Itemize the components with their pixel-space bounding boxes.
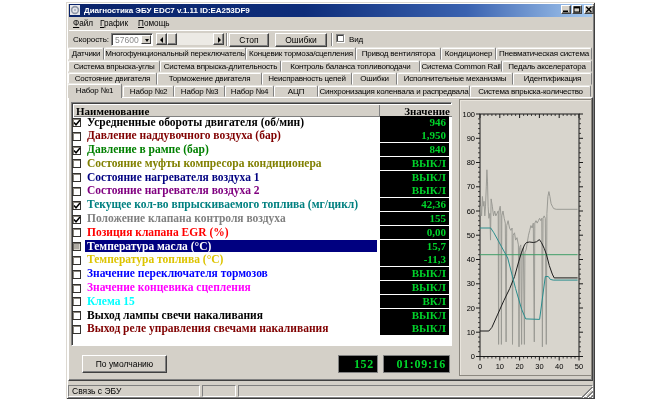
svg-text:0: 0 xyxy=(478,362,482,371)
svg-text:10: 10 xyxy=(496,362,504,371)
svg-text:10: 10 xyxy=(467,328,475,337)
svg-text:40: 40 xyxy=(467,255,475,264)
svg-text:20: 20 xyxy=(515,362,523,371)
svg-text:40: 40 xyxy=(555,362,563,371)
svg-text:100: 100 xyxy=(462,110,475,119)
svg-text:80: 80 xyxy=(467,158,475,167)
svg-text:50: 50 xyxy=(575,362,583,371)
svg-text:30: 30 xyxy=(467,279,475,288)
svg-text:50: 50 xyxy=(467,231,475,240)
svg-text:30: 30 xyxy=(535,362,543,371)
svg-text:60: 60 xyxy=(467,207,475,216)
svg-text:20: 20 xyxy=(467,304,475,313)
svg-text:70: 70 xyxy=(467,182,475,191)
svg-text:90: 90 xyxy=(467,134,475,143)
svg-text:0: 0 xyxy=(471,352,475,361)
